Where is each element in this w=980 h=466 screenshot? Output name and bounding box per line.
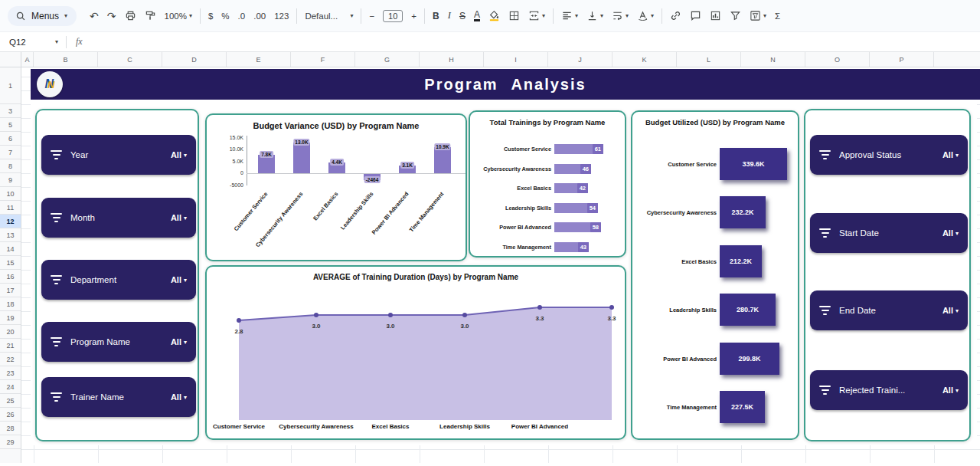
category-label: Time Management	[472, 242, 551, 252]
row-header-17[interactable]: 17	[0, 284, 21, 297]
row-header-26[interactable]: 26	[0, 408, 21, 422]
row-header-10[interactable]: 10	[0, 187, 21, 201]
column-header-G[interactable]: G	[355, 52, 420, 67]
filter-trainer-name[interactable]: Trainer NameAll▾	[41, 377, 196, 417]
functions-button[interactable]: Σ	[771, 8, 784, 24]
column-header-F[interactable]: F	[291, 52, 355, 67]
filter-icon	[51, 213, 62, 223]
row-header-7[interactable]: 7	[0, 146, 21, 159]
training-duration-chart[interactable]: AVERAGE of Training Duration (Days) by P…	[205, 265, 626, 440]
filter-program-name[interactable]: Program NameAll▾	[41, 322, 196, 362]
filter-views-button[interactable]: ▾	[746, 7, 770, 25]
bar: 46	[554, 164, 591, 174]
column-header-H[interactable]: H	[420, 52, 484, 67]
text-wrapping-button[interactable]: ▾	[608, 7, 632, 25]
insert-link-button[interactable]	[666, 7, 685, 25]
filter-start-date[interactable]: Start DateAll▾	[810, 213, 968, 253]
redo-button[interactable]: ↷	[103, 8, 120, 25]
row-header-25[interactable]: 25	[0, 394, 21, 408]
row-header-13[interactable]: 13	[0, 228, 21, 242]
bar: 42	[554, 183, 588, 193]
column-header-O[interactable]: O	[805, 52, 870, 67]
insert-chart-button[interactable]	[706, 7, 725, 25]
row-header-8[interactable]: 8	[0, 159, 21, 173]
filter-approval-status[interactable]: Approval StatusAll▾	[810, 135, 968, 175]
increase-decimal-places-button[interactable]: .00	[250, 8, 270, 24]
filter-month[interactable]: MonthAll▾	[41, 198, 196, 238]
print-icon	[125, 10, 136, 21]
row-header-1[interactable]: 1	[0, 67, 21, 104]
filter-value: All	[942, 150, 953, 159]
total-trainings-chart[interactable]: Total Trainings by Program Name Customer…	[469, 110, 626, 258]
filter-end-date[interactable]: End DateAll▾	[810, 290, 968, 330]
row-header-28[interactable]: 28	[0, 422, 21, 435]
filter-department[interactable]: DepartmentAll▾	[41, 260, 196, 300]
row-header-19[interactable]: 19	[0, 311, 21, 325]
row-header-29[interactable]: 29	[0, 435, 21, 449]
row-header-9[interactable]: 9	[0, 173, 21, 187]
column-header-I[interactable]: I	[484, 52, 548, 67]
column-header-K[interactable]: K	[612, 52, 677, 67]
column-header-A[interactable]: A	[21, 52, 34, 67]
row-header-20[interactable]: 20	[0, 325, 21, 339]
menus-button[interactable]: Menus ▾	[8, 6, 77, 26]
row-header-12[interactable]: 12	[0, 215, 21, 228]
row-header-5[interactable]: 5	[0, 118, 21, 132]
undo-button[interactable]: ↶	[86, 8, 103, 25]
row-header-16[interactable]: 16	[0, 270, 21, 284]
decrease-font-size-button[interactable]: −	[365, 8, 378, 24]
row-header-23[interactable]: 23	[0, 366, 21, 380]
horizontal-align-button[interactable]: ▾	[557, 7, 582, 25]
insert-comment-button[interactable]	[686, 7, 705, 25]
column-header-B[interactable]: B	[34, 52, 98, 67]
paint-format-button[interactable]	[141, 7, 160, 25]
strikethrough-button[interactable]: S	[456, 8, 469, 25]
row-header-11[interactable]: 11	[0, 201, 21, 215]
row-header-6[interactable]: 6	[0, 132, 21, 146]
bold-button[interactable]: B	[429, 8, 443, 25]
column-header-P[interactable]: P	[870, 52, 934, 67]
increase-decimal-places-label: .00	[253, 11, 266, 21]
cell-reference: Q12	[9, 38, 26, 47]
create-filter-button[interactable]	[726, 7, 745, 25]
format-percent-button[interactable]: %	[217, 8, 233, 24]
row-header-3[interactable]: 3	[0, 104, 21, 118]
budget-utilized-chart[interactable]: Budget Utilized (USD) by Program Name Cu…	[631, 110, 799, 440]
vertical-align-button[interactable]: ▾	[583, 7, 607, 25]
spreadsheet-app: Menus ▾ ↶↷100%▾$%.0.00123Defaul...▾−10+B…	[0, 0, 980, 463]
more-formats-button[interactable]: 123	[270, 8, 292, 24]
column-header-J[interactable]: J	[548, 52, 612, 67]
sheet-canvas[interactable]: N N Program Analysis YearAll▾MonthAll▾De…	[21, 67, 980, 463]
format-currency-button[interactable]: $	[204, 8, 217, 24]
column-header-D[interactable]: D	[162, 52, 227, 67]
increase-font-size-button[interactable]: +	[407, 8, 420, 24]
row-header-24[interactable]: 24	[0, 380, 21, 394]
select-all-corner[interactable]	[0, 52, 21, 67]
budget-variance-chart[interactable]: Budget Variance (USD) by Program Name 15…	[205, 113, 467, 261]
name-box[interactable]: Q12 ▾	[0, 38, 66, 47]
text-rotation-button[interactable]: ▾	[633, 7, 658, 25]
fill-color-button[interactable]	[485, 7, 504, 25]
merge-cells-button[interactable]: ▾	[524, 7, 549, 25]
row-header-15[interactable]: 15	[0, 256, 21, 270]
font-name-button[interactable]: Defaul...▾	[301, 8, 357, 24]
print-button[interactable]	[121, 7, 140, 25]
row-header-18[interactable]: 18	[0, 297, 21, 311]
decrease-decimal-places-button[interactable]: .0	[234, 8, 250, 24]
filter-year[interactable]: YearAll▾	[41, 135, 196, 175]
column-header-C[interactable]: C	[98, 52, 162, 67]
text-color-button[interactable]: A	[470, 7, 484, 25]
filter-rejected-traini[interactable]: Rejected Traini...All▾	[810, 370, 968, 410]
font-size-button[interactable]: 10	[379, 7, 407, 25]
italic-button[interactable]: I	[444, 7, 455, 25]
filter-icon	[51, 150, 62, 160]
column-header-E[interactable]: E	[227, 52, 291, 67]
bar: 299.8K	[720, 343, 779, 375]
row-header-14[interactable]: 14	[0, 242, 21, 256]
column-header-N[interactable]: N	[741, 52, 805, 67]
row-header-21[interactable]: 21	[0, 339, 21, 353]
row-header-22[interactable]: 22	[0, 353, 21, 366]
borders-button[interactable]	[505, 7, 524, 25]
zoom-button[interactable]: 100%▾	[161, 8, 196, 24]
column-header-L[interactable]: L	[677, 52, 741, 67]
